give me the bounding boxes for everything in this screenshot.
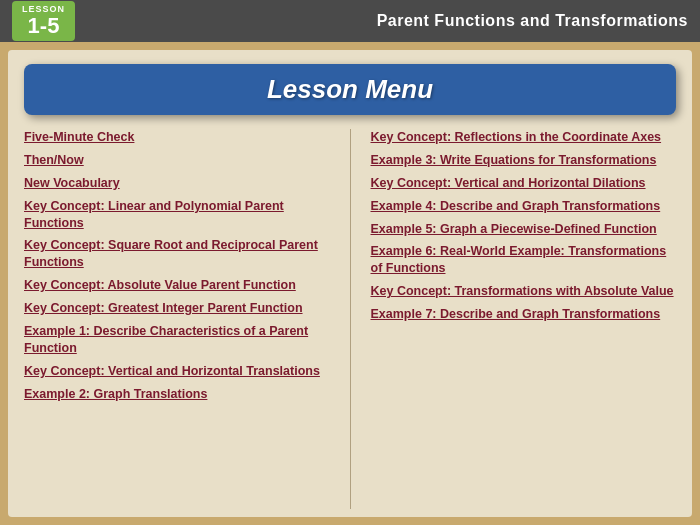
menu-link-then-now[interactable]: Then/Now [24,152,330,169]
menu-link-key-concept-vertical-translations[interactable]: Key Concept: Vertical and Horizontal Tra… [24,363,330,380]
menu-link-example-2[interactable]: Example 2: Graph Translations [24,386,330,403]
header-bar: LESSON 1-5 Parent Functions and Transfor… [0,0,700,42]
menu-link-example-5[interactable]: Example 5: Graph a Piecewise-Defined Fun… [371,221,677,238]
menu-link-five-minute-check[interactable]: Five-Minute Check [24,129,330,146]
lesson-menu-box: Lesson Menu [24,64,676,115]
menu-link-example-7[interactable]: Example 7: Describe and Graph Transforma… [371,306,677,323]
menu-link-key-concept-vertical-dilations[interactable]: Key Concept: Vertical and Horizontal Dil… [371,175,677,192]
column-divider [350,129,351,509]
lesson-number: 1-5 [28,15,60,37]
main-content: Lesson Menu Five-Minute CheckThen/NowNew… [8,50,692,517]
menu-link-key-concept-absolute[interactable]: Key Concept: Absolute Value Parent Funct… [24,277,330,294]
left-column: Five-Minute CheckThen/NowNew VocabularyK… [24,129,330,509]
menu-link-key-concept-linear[interactable]: Key Concept: Linear and Polynomial Paren… [24,198,330,232]
menu-link-key-concept-greatest-integer[interactable]: Key Concept: Greatest Integer Parent Fun… [24,300,330,317]
lesson-badge: LESSON 1-5 [12,1,75,41]
menu-link-example-3[interactable]: Example 3: Write Equations for Transform… [371,152,677,169]
menu-link-key-concept-reflections[interactable]: Key Concept: Reflections in the Coordina… [371,129,677,146]
menu-link-example-6[interactable]: Example 6: Real-World Example: Transform… [371,243,677,277]
menu-link-example-1[interactable]: Example 1: Describe Characteristics of a… [24,323,330,357]
menu-link-example-4[interactable]: Example 4: Describe and Graph Transforma… [371,198,677,215]
menu-link-new-vocabulary[interactable]: New Vocabulary [24,175,330,192]
right-column: Key Concept: Reflections in the Coordina… [371,129,677,509]
links-area: Five-Minute CheckThen/NowNew VocabularyK… [8,125,692,517]
page-wrapper: LESSON 1-5 Parent Functions and Transfor… [0,0,700,525]
menu-link-key-concept-transformations-abs[interactable]: Key Concept: Transformations with Absolu… [371,283,677,300]
menu-link-key-concept-square-root[interactable]: Key Concept: Square Root and Reciprocal … [24,237,330,271]
header-title: Parent Functions and Transformations [377,12,688,30]
lesson-menu-title: Lesson Menu [267,74,433,104]
